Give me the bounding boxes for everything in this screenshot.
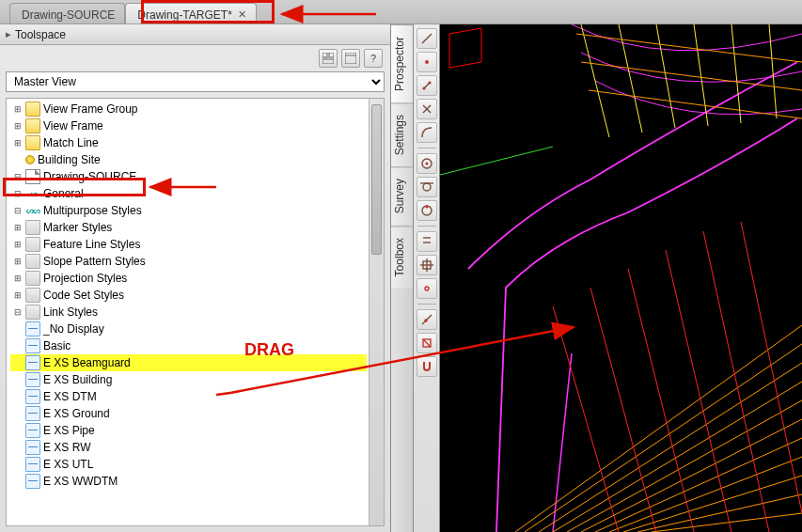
tab-drawing-source[interactable]: Drawing-SOURCE — [9, 3, 125, 23]
link-style-icon — [25, 321, 40, 336]
tree-item-code-set-styles[interactable]: ⊞Code Set Styles — [10, 287, 367, 304]
tree-item-drawing-source[interactable]: ⊟Drawing-SOURCE — [10, 168, 367, 185]
svg-line-28 — [539, 363, 802, 532]
svg-line-51 — [589, 90, 802, 118]
annotation-drag-label: DRAG — [244, 340, 294, 360]
side-tab-settings[interactable]: Settings — [391, 102, 413, 166]
tool-curve-icon[interactable] — [417, 122, 437, 143]
tree-item-link-styles[interactable]: ⊟Link Styles — [10, 304, 367, 321]
link-style-icon — [25, 372, 40, 387]
folder-icon — [25, 288, 40, 303]
tree-item-link-e-xs-ground[interactable]: E XS Ground — [10, 405, 367, 422]
tool-magnet-icon[interactable] — [417, 356, 437, 377]
tree-item-building-site[interactable]: Building Site — [10, 151, 367, 168]
svg-line-40 — [666, 250, 731, 532]
close-icon[interactable]: ✕ — [238, 8, 246, 21]
tree-scrollbar[interactable] — [369, 99, 384, 525]
tree-item-link-e-xs-utl[interactable]: E XS UTL — [10, 456, 367, 473]
tab-drawing-target[interactable]: Drawing-TARGET* ✕ — [125, 3, 256, 23]
tree-item-view-frame-group[interactable]: ⊞View Frame Group — [10, 101, 367, 117]
svg-line-41 — [703, 231, 769, 532]
tree-label: Drawing-SOURCE — [43, 170, 136, 183]
tree-item-link-e-xs-beamguard[interactable]: E XS Beamguard — [10, 354, 367, 371]
tab-label: Drawing-SOURCE — [22, 8, 115, 22]
tree-item-link-e-xs-rw[interactable]: E XS RW — [10, 439, 367, 456]
tab-label: Drawing-TARGET* — [137, 8, 231, 22]
drawing-canvas[interactable] — [440, 24, 802, 532]
tree-item-general[interactable]: ⊟ᔕGeneral — [10, 185, 367, 202]
tool-parallel-icon[interactable] — [417, 231, 437, 252]
tool-none-icon[interactable] — [417, 333, 437, 353]
tree-item-link-e-xs-pipe[interactable]: E XS Pipe — [10, 422, 367, 439]
view-selector-select[interactable]: Master View — [6, 71, 385, 92]
tree-item-projection-styles[interactable]: ⊞Projection Styles — [10, 270, 367, 287]
svg-line-25 — [423, 339, 431, 347]
link-style-icon — [25, 355, 40, 370]
tree-label: View Frame — [43, 119, 103, 133]
tree-label: E XS Ground — [43, 407, 110, 420]
cad-drawing — [440, 24, 802, 532]
svg-line-9 — [424, 83, 430, 88]
toolspace-panel: ▸ Toolspace ? Master View ⊞View Frame Gr… — [0, 24, 391, 532]
tree-label: View Frame Group — [43, 102, 137, 116]
view-selector[interactable]: Master View — [6, 71, 385, 94]
tree-label: Link Styles — [43, 305, 98, 319]
palette-side-tabs: Prospector Settings Survey Toolbox — [391, 24, 414, 532]
svg-line-42 — [741, 222, 802, 513]
tree-item-link-e-xs-dtm[interactable]: E XS DTM — [10, 388, 367, 405]
side-tab-prospector[interactable]: Prospector — [391, 24, 413, 102]
tree-item-link-basic[interactable]: Basic — [10, 337, 367, 354]
tree-label: Code Set Styles — [43, 289, 124, 302]
layout-icon[interactable] — [319, 49, 338, 68]
svg-line-38 — [590, 288, 656, 532]
tree-item-feature-line-styles[interactable]: ⊞Feature Line Styles — [10, 236, 367, 253]
panel-icon[interactable] — [341, 49, 360, 68]
scrollbar-thumb[interactable] — [371, 104, 382, 255]
tool-node-icon[interactable] — [417, 278, 437, 299]
side-tab-toolbox[interactable]: Toolbox — [391, 226, 413, 288]
tool-point-icon[interactable] — [417, 52, 437, 72]
svg-line-43 — [581, 24, 609, 137]
tool-near-icon[interactable] — [417, 309, 437, 330]
svg-line-52 — [440, 147, 553, 175]
tree-label: E XS RW — [43, 441, 90, 454]
tree-item-marker-styles[interactable]: ⊞Marker Styles — [10, 219, 367, 236]
pin-icon[interactable]: ▸ — [6, 28, 11, 40]
tree-label: E XS WWDTM — [43, 475, 118, 488]
tool-insert-icon[interactable] — [417, 255, 437, 275]
folder-icon — [25, 305, 40, 320]
tree-item-multipurpose-styles[interactable]: ⊟ᔕᔕMultipurpose Styles — [10, 202, 367, 219]
svg-rect-2 — [322, 59, 334, 64]
side-tab-survey[interactable]: Survey — [391, 166, 413, 225]
tree-item-link-no-display[interactable]: _No Display — [10, 321, 367, 337]
tree-item-link-e-xs-wwdtm[interactable]: E XS WWDTM — [10, 473, 367, 490]
tree-item-match-line[interactable]: ⊞Match Line — [10, 134, 367, 151]
tree-label: Building Site — [38, 153, 101, 166]
tool-tangent-icon[interactable] — [417, 177, 437, 197]
svg-point-22 — [425, 287, 429, 290]
folder-icon — [25, 135, 40, 150]
tool-center-icon[interactable] — [417, 153, 437, 174]
tree-item-view-frame[interactable]: ⊞View Frame — [10, 117, 367, 134]
folder-icon — [25, 102, 40, 117]
svg-rect-1 — [329, 53, 334, 57]
tree-label: Feature Line Styles — [43, 238, 140, 251]
tool-2point-icon[interactable] — [417, 75, 437, 96]
svg-rect-0 — [322, 53, 327, 57]
prospector-tree[interactable]: ⊞View Frame Group ⊞View Frame ⊞Match Lin… — [6, 98, 385, 526]
folder-icon — [25, 237, 40, 252]
help-icon[interactable]: ? — [364, 49, 383, 68]
tree-item-link-e-xs-building[interactable]: E XS Building — [10, 371, 367, 388]
document-icon — [25, 169, 40, 184]
tree-item-slope-pattern-styles[interactable]: ⊞Slope Pattern Styles — [10, 253, 367, 270]
link-style-icon — [25, 457, 40, 472]
tool-cross-icon[interactable] — [417, 99, 437, 119]
tree-label: _No Display — [43, 322, 104, 336]
tree-label: Multipurpose Styles — [43, 204, 142, 217]
tool-line-icon[interactable] — [417, 28, 437, 49]
styles-icon: ᔕᔕ — [25, 203, 40, 218]
link-style-icon — [25, 389, 40, 404]
tree-label: Marker Styles — [43, 221, 112, 234]
tool-quad-icon[interactable] — [417, 200, 437, 221]
tree-label: General — [43, 187, 84, 200]
